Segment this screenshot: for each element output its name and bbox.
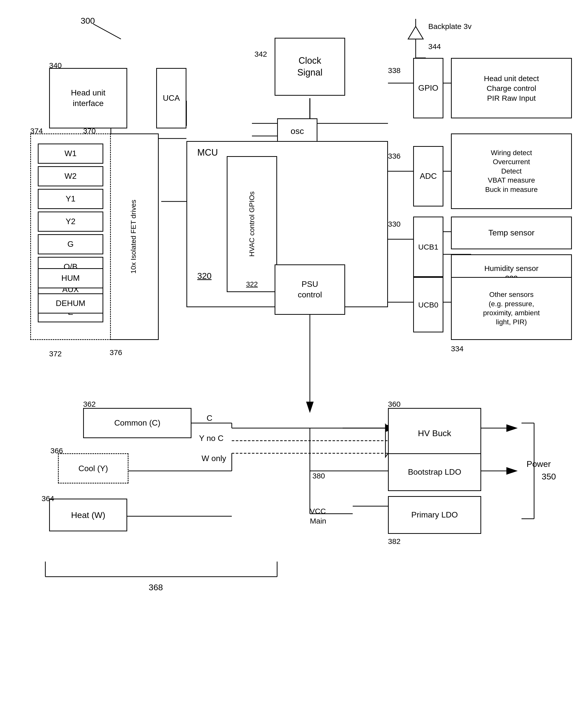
uca-box: UCA (156, 68, 186, 128)
label-372: 372 (49, 349, 62, 359)
wiring-detect-box: Wiring detect Overcurrent Detect VBAT me… (451, 133, 572, 209)
cool-y-box: Cool (Y) (58, 453, 128, 484)
label-366: 366 (50, 446, 63, 455)
w2-label: W2 (64, 171, 77, 182)
dehum-box: DEHUM (38, 293, 103, 314)
diagram: 300 Clock Signal 342 Backplate 3v 344 os… (0, 0, 588, 726)
w-only-label: W only (202, 453, 226, 464)
other-sensors-box: Other sensors (e.g. pressure, proximity,… (451, 277, 572, 340)
svg-marker-24 (506, 467, 518, 475)
w1-label: W1 (64, 148, 77, 159)
svg-marker-18 (306, 402, 314, 413)
primary-ldo-label: Primary LDO (412, 510, 458, 520)
svg-marker-3 (408, 26, 423, 39)
label-330: 330 (388, 219, 401, 229)
bootstrap-ldo-label: Bootstrap LDO (408, 467, 461, 477)
label-342: 342 (254, 49, 267, 59)
hv-buck-label: HV Buck (418, 428, 451, 439)
head-unit-interface-label: Head unit interface (71, 88, 106, 109)
label-344: 344 (428, 42, 441, 51)
mcu-label: MCU (197, 147, 218, 159)
temp-sensor-box: Temp sensor (451, 217, 572, 249)
g-label: G (67, 239, 74, 250)
common-c-box: Common (C) (83, 408, 191, 438)
hum-label: HUM (61, 273, 80, 283)
dehum-label: DEHUM (56, 298, 85, 309)
psu-control-box: PSU control (275, 264, 345, 315)
other-sensors-label: Other sensors (e.g. pressure, proximity,… (483, 290, 540, 327)
hum-box2: HUM (38, 268, 103, 289)
wiring-detect-label: Wiring detect Overcurrent Detect VBAT me… (485, 148, 538, 194)
label-322: 322 (246, 280, 258, 289)
label-374: 374 (30, 126, 43, 136)
power-label: Power (527, 458, 551, 469)
fet-drives-box: 10x Isolated FET drives (108, 133, 159, 340)
head-unit-interface-box: Head unit interface (49, 68, 127, 128)
clock-signal-box: Clock Signal (275, 38, 345, 96)
w1-box: W1 (38, 144, 103, 164)
c-label: C (207, 413, 212, 424)
ucb1-label: UCB1 (418, 242, 438, 252)
vcc-main-label: VCC Main (310, 506, 326, 526)
label-370: 370 (83, 126, 96, 136)
label-338: 338 (388, 65, 401, 75)
hvac-control-box: HVAC control GPIOs 322 (227, 156, 277, 292)
ucb0-box: UCB0 (413, 277, 443, 333)
svg-line-0 (93, 24, 121, 39)
psu-control-label: PSU control (298, 279, 322, 300)
common-c-label: Common (C) (114, 418, 160, 428)
primary-ldo-box: Primary LDO (388, 496, 481, 534)
label-350: 350 (542, 471, 556, 482)
y1-box: Y1 (38, 189, 103, 209)
ucb0-label: UCB0 (418, 300, 438, 310)
label-300: 300 (81, 15, 95, 26)
label-336: 336 (388, 151, 401, 161)
label-364: 364 (42, 494, 54, 504)
gpio-box: GPIO (413, 58, 443, 119)
osc-label: osc (291, 125, 304, 136)
label-340: 340 (49, 60, 62, 70)
adc-label: ADC (420, 171, 437, 182)
bootstrap-ldo-box: Bootstrap LDO (388, 453, 481, 491)
svg-marker-22 (506, 424, 518, 432)
hv-buck-box: HV Buck (388, 408, 481, 458)
y2-box: Y2 (38, 212, 103, 232)
y1-label: Y1 (65, 194, 75, 204)
y2-label: Y2 (65, 216, 75, 227)
y-no-c-label: Y no C (199, 433, 224, 444)
label-368: 368 (149, 582, 163, 593)
label-380: 380 (312, 471, 325, 481)
ucb1-box: UCB1 (413, 217, 443, 277)
label-360: 360 (388, 399, 401, 409)
cool-y-label: Cool (Y) (78, 464, 108, 473)
clock-signal-label: Clock Signal (297, 55, 322, 79)
head-unit-detect-box: Head unit detect Charge control PIR Raw … (451, 58, 572, 119)
g-box: G (38, 234, 103, 254)
temp-sensor-label: Temp sensor (488, 228, 534, 238)
heat-w-label: Heat (W) (71, 509, 105, 520)
uca-label: UCA (163, 93, 180, 104)
adc-box: ADC (413, 146, 443, 207)
label-320: 320 (197, 270, 212, 281)
gpio-label: GPIO (418, 83, 438, 93)
hvac-control-label: HVAC control GPIOs (247, 191, 256, 257)
backplate-label: Backplate 3v (428, 21, 471, 31)
label-376: 376 (110, 347, 122, 357)
fet-drives-label: 10x Isolated FET drives (129, 200, 138, 274)
heat-w-box: Heat (W) (49, 498, 127, 531)
osc-box: osc (277, 119, 317, 144)
label-382: 382 (388, 536, 401, 546)
head-unit-detect-label: Head unit detect Charge control PIR Raw … (484, 73, 539, 103)
label-362: 362 (83, 399, 96, 409)
label-334: 334 (451, 344, 464, 354)
w2-box: W2 (38, 166, 103, 186)
